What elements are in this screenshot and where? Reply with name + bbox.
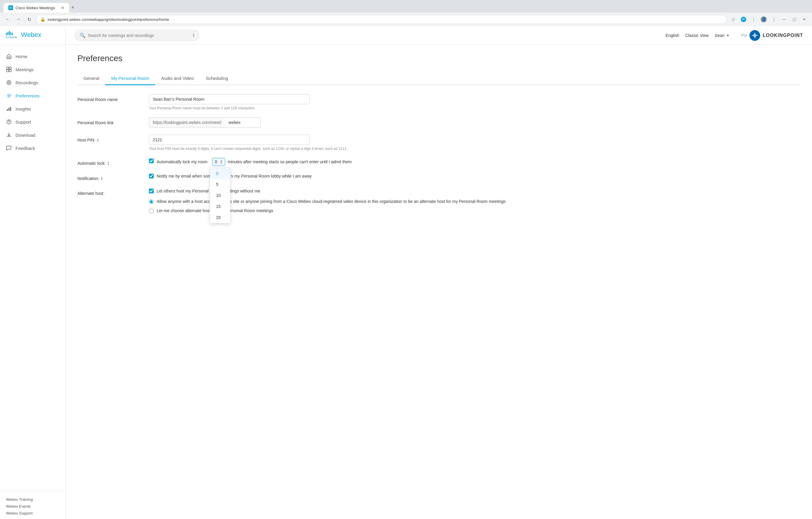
sidebar-item-feedback[interactable]: Feedback <box>0 142 65 155</box>
address-bar[interactable]: 🔒 lookingpoint.webex.com/webappng/sites/… <box>36 15 727 24</box>
browser-tab-active[interactable]: W Cisco Webex Meetings ✕ <box>4 3 69 12</box>
sidebar-item-support[interactable]: Support <box>0 115 65 128</box>
preferences-icon <box>6 93 12 98</box>
svg-rect-1 <box>9 67 11 69</box>
page-title: Preferences <box>78 54 800 63</box>
lookingpoint-icon <box>749 30 760 41</box>
notification-checkbox[interactable] <box>149 174 154 178</box>
sidebar-item-recordings-label: Recordings <box>16 80 38 85</box>
svg-rect-7 <box>7 109 8 111</box>
sidebar-item-download-label: Download <box>16 133 35 138</box>
footer-link-events[interactable]: Webex Events <box>6 503 59 510</box>
auto-lock-dropdown-menu: 0 5 10 15 20 <box>210 168 231 224</box>
alternate-host-checkbox[interactable] <box>149 189 154 193</box>
extensions-button[interactable]: ⋮ <box>749 15 758 24</box>
sidebar-nav: Home Meetings Recordings P <box>0 45 65 491</box>
host-pin-info-icon[interactable]: ℹ <box>97 138 98 142</box>
restore-button[interactable]: ⬜ <box>790 15 798 24</box>
personal-room-link-input[interactable] <box>225 117 261 127</box>
browser-tabs: W Cisco Webex Meetings ✕ + <box>4 2 808 12</box>
webex-extension-button[interactable]: W <box>739 15 748 24</box>
user-name: Sean <box>715 33 724 38</box>
sidebar-item-insights[interactable]: Insights <box>0 102 65 115</box>
toolbar-icons: ☆ W ⋮ 👤 ⋮ — ⬜ ✕ <box>729 15 808 24</box>
sidebar-footer: Webex Training Webex Events Webex Suppor… <box>0 491 65 519</box>
close-button[interactable]: ✕ <box>800 15 808 24</box>
tab-close-button[interactable]: ✕ <box>61 6 64 10</box>
url-prefix: https://lookingpoint.webex.com/meet/ <box>149 117 225 127</box>
alternate-host-radio-row-2: Let me choose alternate hosts for my Per… <box>149 208 800 214</box>
notification-info-icon[interactable]: ℹ <box>101 176 103 181</box>
browser-toolbar: ← → ↻ 🔒 lookingpoint.webex.com/webappng/… <box>0 12 812 26</box>
alternate-host-row: Alternate host: Let others host my Perso… <box>78 188 800 214</box>
reload-button[interactable]: ↻ <box>25 15 33 24</box>
home-icon <box>6 53 12 59</box>
notification-checkbox-row: Notify me by email when someone enters m… <box>149 173 800 179</box>
svg-rect-9 <box>10 107 11 111</box>
footer-link-support[interactable]: Webex Support <box>6 510 59 517</box>
auto-lock-info-icon[interactable]: ℹ <box>108 161 109 166</box>
auto-lock-checkbox[interactable] <box>149 158 154 163</box>
sidebar-item-insights-label: Insights <box>16 106 31 111</box>
new-tab-button[interactable]: + <box>69 2 77 12</box>
notification-control: Notify me by email when someone enters m… <box>149 173 800 179</box>
tab-title: Cisco Webex Meetings <box>16 6 55 10</box>
auto-lock-dropdown-trigger[interactable]: 0 ▲ ▼ <box>212 158 225 166</box>
dropdown-option-15[interactable]: 15 <box>210 201 230 212</box>
browser-chrome: W Cisco Webex Meetings ✕ + <box>0 0 812 12</box>
forward-button[interactable]: → <box>14 15 23 24</box>
classic-view-link[interactable]: Classic View <box>685 33 708 38</box>
tab-personal-room[interactable]: My Personal Room <box>105 72 155 85</box>
recordings-icon <box>6 80 12 86</box>
user-chevron-icon: ▼ <box>726 34 729 37</box>
sidebar-item-meetings[interactable]: Meetings <box>0 63 65 76</box>
app-container: cisco Webex Home Meetings <box>0 26 812 519</box>
host-pin-input[interactable] <box>149 135 310 145</box>
dropdown-option-0[interactable]: 0 <box>210 168 230 179</box>
user-menu[interactable]: Sean ▼ <box>715 33 729 38</box>
auto-lock-label: Automatic lock: ℹ <box>78 158 143 166</box>
sidebar-item-home[interactable]: Home <box>0 50 65 63</box>
sidebar-item-home-label: Home <box>16 54 27 59</box>
bookmark-button[interactable]: ☆ <box>729 15 737 24</box>
tab-general[interactable]: General <box>78 72 105 85</box>
sidebar-item-preferences[interactable]: Preferences <box>0 89 65 102</box>
cisco-label: cisco <box>6 36 18 39</box>
sidebar-logo: cisco Webex <box>0 26 65 45</box>
menu-button[interactable]: ⋮ <box>770 15 778 24</box>
spinner-down-arrow[interactable]: ▼ <box>220 162 223 165</box>
sidebar: cisco Webex Home Meetings <box>0 26 65 519</box>
tab-audio-video[interactable]: Audio and Video <box>155 72 200 85</box>
search-bar[interactable]: 🔍 ℹ <box>75 30 200 41</box>
alternate-host-control: Let others host my Personal Room meeting… <box>149 188 800 214</box>
sidebar-item-recordings[interactable]: Recordings <box>0 76 65 89</box>
profile-button[interactable]: 👤 <box>760 15 768 24</box>
host-pin-control: Your host PIN must be exactly 4 digits. … <box>149 135 800 151</box>
cisco-bars <box>6 31 18 35</box>
personal-room-link-control: https://lookingpoint.webex.com/meet/ <box>149 117 800 127</box>
search-input[interactable] <box>88 33 190 38</box>
sidebar-item-preferences-label: Preferences <box>16 93 39 98</box>
personal-room-link-label: Personal Room link <box>78 117 143 125</box>
dropdown-option-10[interactable]: 10 <box>210 190 230 201</box>
auto-lock-control: Automatically lock my room 0 ▲ ▼ <box>149 158 800 166</box>
alternate-host-radio-2[interactable] <box>149 208 154 213</box>
back-button[interactable]: ← <box>4 15 12 24</box>
dropdown-option-20[interactable]: 20 <box>210 212 230 223</box>
auto-lock-minutes-after: minutes after meeting starts so people c… <box>228 160 352 164</box>
auto-lock-checkbox-label: Automatically lock my room 0 ▲ ▼ <box>157 158 352 166</box>
tab-scheduling[interactable]: Scheduling <box>200 72 234 85</box>
personal-room-name-input[interactable] <box>149 94 310 104</box>
host-pin-label: Host PIN: ℹ <box>78 135 143 142</box>
sidebar-item-download[interactable]: Download <box>0 128 65 142</box>
footer-link-training[interactable]: Webex Training <box>6 496 59 503</box>
search-info-icon: ℹ <box>193 32 195 38</box>
dropdown-option-5[interactable]: 5 <box>210 179 230 190</box>
main-area: 🔍 ℹ English Classic View Sean ▼ For LOOK… <box>65 26 812 519</box>
alternate-host-label: Alternate host: <box>78 188 143 196</box>
minimize-button[interactable]: — <box>780 15 788 24</box>
language-selector[interactable]: English <box>665 33 679 38</box>
sidebar-item-support-label: Support <box>16 119 31 124</box>
auto-lock-row: Automatic lock: ℹ Automatically lock my … <box>78 158 800 166</box>
alternate-host-radio-1[interactable] <box>149 199 154 204</box>
